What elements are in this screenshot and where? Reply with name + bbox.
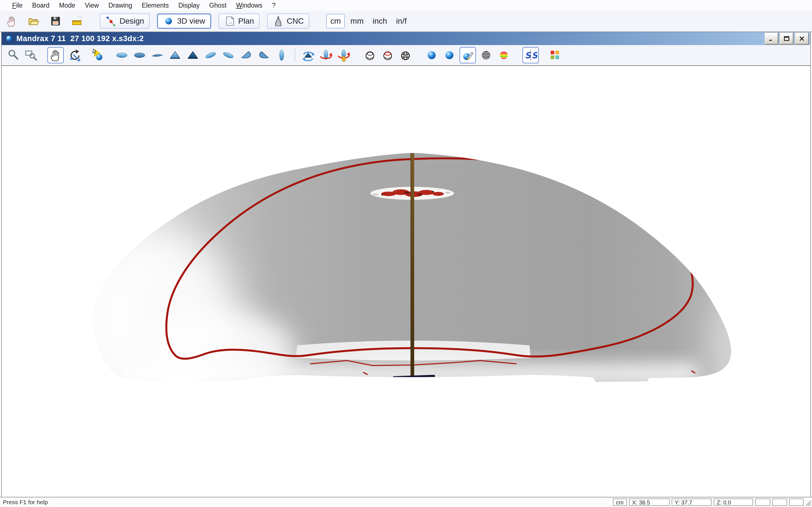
design-icon <box>105 15 117 27</box>
view-rocker-icon[interactable] <box>150 48 165 63</box>
unit-mm[interactable]: mm <box>347 14 367 28</box>
plan-label: Plan <box>238 17 254 25</box>
main-toolbar: Design 3D view Plan CNC cm mm inch in/f <box>0 11 812 32</box>
menu-view[interactable]: View <box>80 1 103 10</box>
view-nose-icon[interactable] <box>274 48 289 63</box>
close-button[interactable] <box>795 33 809 45</box>
3d-view-mode-button[interactable]: 3D view <box>157 13 211 29</box>
save-icon[interactable] <box>49 15 62 27</box>
menu-help[interactable]: ? <box>267 1 281 10</box>
view-tail-icon[interactable] <box>185 48 200 63</box>
wireframe-plain-icon[interactable] <box>362 48 377 63</box>
color-palette-icon[interactable] <box>548 48 563 63</box>
3d-canvas[interactable] <box>2 66 810 497</box>
cnc-label: CNC <box>287 17 304 25</box>
render-contour-icon[interactable] <box>478 48 494 63</box>
status-cells: cm X: 38.5 Y: 37.7 Z: 0.0 <box>613 499 804 506</box>
menu-mode[interactable]: Mode <box>54 1 80 10</box>
select-board-icon[interactable] <box>90 48 105 63</box>
view-angle-left-icon[interactable] <box>203 48 218 63</box>
menu-ghost[interactable]: Ghost <box>204 1 231 10</box>
unit-inch[interactable]: inch <box>369 14 390 28</box>
spin-board-lift-icon[interactable] <box>336 48 351 63</box>
menu-drawing[interactable]: Drawing <box>103 1 137 10</box>
pan-hand-icon[interactable] <box>47 47 64 63</box>
flip-board-icon[interactable] <box>301 48 316 63</box>
rail-highlight-2 <box>154 310 295 394</box>
view-front-icon[interactable] <box>167 48 183 63</box>
measure-ruler-icon[interactable] <box>71 15 84 27</box>
menu-board[interactable]: Board <box>28 1 54 10</box>
maximize-button[interactable] <box>780 33 794 45</box>
title-bar[interactable]: Mandrax 7 11 27 100 192 x.s3dx:2 <box>2 32 810 45</box>
stringer-edge <box>410 153 411 383</box>
maximize-icon <box>783 36 790 41</box>
design-label: Design <box>119 17 144 25</box>
render-shaded-icon[interactable] <box>442 48 457 63</box>
resize-grip-icon[interactable] <box>804 499 811 506</box>
design-mode-button[interactable]: Design <box>100 13 150 29</box>
right-rim-light <box>708 293 748 400</box>
zoom-in-icon[interactable] <box>6 48 21 63</box>
window-title: Mandrax 7 11 27 100 192 x.s3dx:2 <box>16 34 144 43</box>
view-bottom-icon[interactable] <box>132 48 147 63</box>
help-text: Press F1 for help <box>0 499 48 506</box>
menu-display[interactable]: Display <box>174 1 204 10</box>
unit-inf[interactable]: in/f <box>393 14 410 28</box>
symmetry-edit-icon[interactable] <box>522 47 539 63</box>
render-solid-icon[interactable] <box>424 48 439 63</box>
status-z-coordinate: Z: 0.0 <box>714 499 753 506</box>
unit-cm[interactable]: cm <box>326 14 345 29</box>
cnc-mode-button[interactable]: CNC <box>267 13 310 29</box>
spin-board-icon[interactable] <box>318 48 334 63</box>
minimize-icon <box>768 36 775 41</box>
router-bit-icon <box>273 15 284 27</box>
close-icon <box>799 36 805 41</box>
board-3d-view <box>2 66 810 497</box>
status-empty-3 <box>789 499 804 506</box>
status-bar: Press F1 for help cm X: 38.5 Y: 37.7 Z: … <box>0 497 812 507</box>
view-angle-right-icon[interactable] <box>221 48 236 63</box>
plan-mode-button[interactable]: Plan <box>218 13 260 29</box>
zoom-window-icon[interactable] <box>23 48 39 63</box>
rotate-view-icon[interactable] <box>66 48 82 63</box>
menu-file[interactable]: File <box>7 1 28 10</box>
view-deck-icon[interactable] <box>114 48 130 63</box>
wireframe-slices-icon[interactable] <box>380 48 395 63</box>
menu-bar: File Board Mode View Drawing Elements Di… <box>0 0 812 11</box>
document-window: Mandrax 7 11 27 100 192 x.s3dx:2 <box>1 32 811 497</box>
app-window: File Board Mode View Drawing Elements Di… <box>0 0 812 507</box>
status-empty-1 <box>755 499 770 506</box>
status-y-coordinate: Y: 37.7 <box>672 499 712 506</box>
app-sphere-icon <box>4 34 13 43</box>
status-unit: cm <box>613 499 627 506</box>
fin-mark-lower <box>395 379 433 382</box>
view-toolbar <box>2 45 810 66</box>
select-hand-icon[interactable] <box>5 15 18 27</box>
3d-view-label: 3D view <box>177 17 205 25</box>
render-thickness-icon[interactable] <box>496 48 511 63</box>
status-empty-2 <box>772 499 787 506</box>
document-icon <box>224 15 236 27</box>
menu-windows[interactable]: Windows <box>231 1 267 10</box>
menu-elements[interactable]: Elements <box>137 1 174 10</box>
sphere-icon <box>163 15 174 27</box>
units-selector: cm mm inch in/f <box>326 14 410 29</box>
open-folder-icon[interactable] <box>27 15 40 27</box>
wireframe-mesh-icon[interactable] <box>398 48 413 63</box>
toolbar-separator <box>295 49 295 62</box>
render-decor-icon[interactable] <box>460 47 476 63</box>
view-half-left-icon[interactable] <box>239 48 254 63</box>
status-x-coordinate: X: 38.5 <box>629 499 670 506</box>
minimize-button[interactable] <box>765 33 778 45</box>
view-half-right-icon[interactable] <box>256 48 271 63</box>
